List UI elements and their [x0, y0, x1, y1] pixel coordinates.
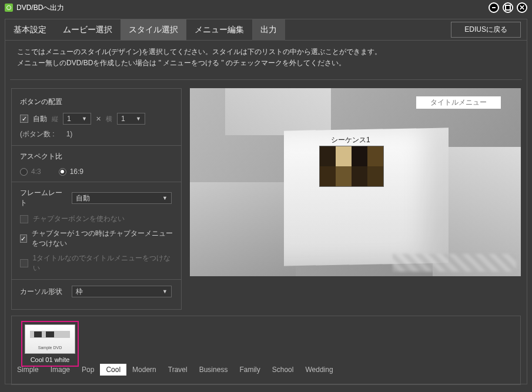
aspect-169-label: 16:9	[70, 167, 83, 176]
aspect-43-label: 4:3	[31, 167, 41, 176]
maximize-button[interactable]	[503, 2, 513, 13]
horizontal-label: 横	[106, 115, 112, 123]
category-travel[interactable]: Travel	[162, 364, 193, 376]
tab-output[interactable]: 出力	[252, 19, 285, 41]
button-layout-label: ボタンの配置	[20, 97, 173, 107]
cursor-row: カーソル形状 枠▼	[20, 286, 173, 297]
description: ここではメニューのスタイル(デザイン)を選択してください。スタイルは下のリストの…	[10, 41, 522, 80]
minimize-button[interactable]	[488, 2, 499, 13]
category-family[interactable]: Family	[233, 364, 266, 376]
category-cool[interactable]: Cool	[100, 364, 126, 376]
auto-layout-label: 自動	[33, 114, 47, 124]
aspect-169-radio[interactable]	[59, 168, 66, 176]
single-chapter-label: チャプターが１つの時はチャプターメニューをつけない	[32, 229, 173, 249]
window-title: DVD/BDへ出力	[16, 3, 488, 13]
single-title-label: 1タイトルなのでタイトルメニューをつけない	[33, 253, 173, 273]
tab-menu-edit[interactable]: メニュー編集	[186, 19, 252, 41]
sequence-label: シーケンス1	[331, 135, 370, 145]
no-chapter-btn-row: チャプターボタンを使わない	[20, 214, 173, 224]
aspect-row: 4:3 16:9	[20, 167, 173, 176]
cross-label: ✕	[96, 115, 101, 123]
sequence-thumbnail[interactable]	[319, 146, 384, 187]
close-button[interactable]: ✕	[517, 2, 527, 13]
button-count: (ボタン数 : 1)	[20, 129, 173, 139]
framerate-label: フレームレート	[20, 188, 66, 208]
single-title-row: 1タイトルなのでタイトルメニューをつけない	[20, 253, 173, 273]
tab-basic[interactable]: 基本設定	[5, 19, 55, 41]
tab-style[interactable]: スタイル選択	[121, 19, 186, 41]
aspect-label: アスペクト比	[20, 152, 173, 162]
framerate-select[interactable]: 自動▼	[72, 192, 172, 204]
single-title-checkbox	[20, 259, 28, 267]
cursor-select[interactable]: 枠▼	[72, 286, 172, 297]
style-item-selected[interactable]: Sample DVD Cool 01 white	[21, 321, 79, 367]
category-image[interactable]: Image	[45, 364, 76, 376]
category-simple[interactable]: Simple	[11, 364, 45, 376]
category-school[interactable]: School	[266, 364, 300, 376]
category-pop[interactable]: Pop	[76, 364, 100, 376]
style-thumbnail: Sample DVD	[25, 324, 75, 354]
no-chapter-btn-checkbox	[20, 215, 28, 223]
preview-watermark	[393, 254, 516, 272]
framerate-row: フレームレート 自動▼	[20, 188, 173, 208]
description-line-2: メニュー無しのDVD/BDを作成したい場合は " メニューをつける " のチェッ…	[17, 58, 515, 69]
auto-layout-checkbox[interactable]	[20, 115, 28, 123]
window-buttons: ✕	[488, 2, 527, 13]
preview-pane: タイトルメニュー シーケンス1	[190, 88, 521, 276]
category-wedding[interactable]: Wedding	[299, 364, 339, 376]
preview-cube	[190, 182, 296, 276]
category-tabs: Simple Image Pop Cool Modern Travel Busi…	[11, 364, 521, 376]
step-tabs: 基本設定 ムービー選択 スタイル選択 メニュー編集 出力 EDIUSに戻る	[5, 19, 527, 41]
aspect-43-radio[interactable]	[20, 168, 28, 176]
no-chapter-btn-label: チャプターボタンを使わない	[33, 214, 125, 224]
cursor-label: カーソル形状	[20, 287, 66, 297]
category-modern[interactable]: Modern	[126, 364, 162, 376]
single-chapter-checkbox[interactable]	[20, 234, 27, 243]
single-chapter-row: チャプターが１つの時はチャプターメニューをつけない	[20, 229, 173, 249]
settings-panel: ボタンの配置 自動 縦 1▼ ✕ 横 1▼ (ボタン数 : 1) アスペクト比 …	[11, 88, 182, 310]
app-icon	[5, 4, 13, 12]
vertical-label: 縦	[52, 115, 58, 123]
category-business[interactable]: Business	[193, 364, 234, 376]
preview-cube	[225, 88, 331, 135]
tab-movie[interactable]: ムービー選択	[55, 19, 121, 41]
description-line-1: ここではメニューのスタイル(デザイン)を選択してください。スタイルは下のリストの…	[17, 46, 515, 58]
titlebar: DVD/BDへ出力 ✕	[0, 0, 532, 15]
title-menu-label: タイトルメニュー	[416, 96, 501, 109]
style-caption: Cool 01 white	[31, 356, 70, 363]
horizontal-select[interactable]: 1▼	[117, 113, 145, 125]
return-to-edius-button[interactable]: EDIUSに戻る	[451, 22, 521, 38]
content-area: ボタンの配置 自動 縦 1▼ ✕ 横 1▼ (ボタン数 : 1) アスペクト比 …	[5, 80, 527, 310]
auto-layout-row: 自動 縦 1▼ ✕ 横 1▼	[20, 113, 173, 125]
vertical-select[interactable]: 1▼	[63, 113, 91, 125]
main-frame: 基本設定 ムービー選択 スタイル選択 メニュー編集 出力 EDIUSに戻る ここ…	[5, 19, 527, 384]
